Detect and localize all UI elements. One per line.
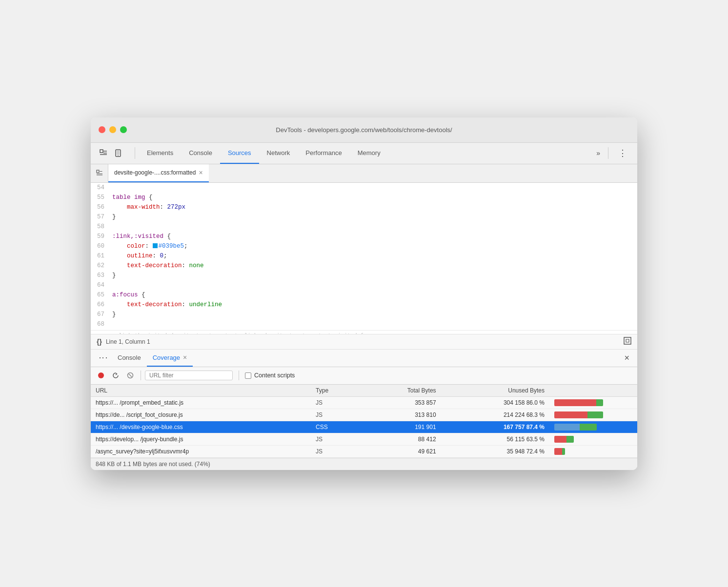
file-tabbar: devsite-google-....css:formatted ×	[91, 164, 637, 183]
usage-bar	[554, 448, 565, 455]
table-row[interactable]: https://... /devsite-google-blue.cssCSS1…	[91, 421, 637, 433]
code-line-59: 59 :link,:visited {	[91, 232, 637, 241]
cell-bar	[549, 396, 637, 409]
coverage-toolbar: Content scripts	[91, 367, 637, 385]
cell-type: JS	[311, 445, 359, 457]
bottom-menu-icon[interactable]: ⋮	[98, 350, 109, 367]
code-line-65: 65 a:focus {	[91, 290, 637, 300]
unused-bar	[554, 448, 562, 455]
device-icon[interactable]	[111, 146, 125, 160]
cell-total: 313 810	[359, 409, 441, 421]
url-filter-input[interactable]	[145, 371, 233, 380]
bottom-tab-coverage[interactable]: Coverage ×	[147, 350, 193, 367]
usage-bar	[554, 436, 574, 443]
code-line-67: 67 }	[91, 310, 637, 319]
table-header-row: URL Type Total Bytes Unused Bytes	[91, 385, 637, 397]
cursor-position: Line 1, Column 1	[106, 338, 150, 345]
svg-rect-4	[97, 170, 99, 173]
footer-text: 848 KB of 1.1 MB bytes are not used. (74…	[96, 461, 210, 468]
devtools-window: DevTools - developers.google.com/web/too…	[91, 117, 637, 470]
devtools-icons	[95, 143, 127, 164]
cell-total: 353 857	[359, 396, 441, 409]
file-tab-close-icon[interactable]: ×	[199, 169, 202, 176]
record-button[interactable]	[95, 369, 107, 382]
cell-url: https://de... /script_foot_closure.js	[91, 409, 311, 421]
minimize-button[interactable]	[109, 126, 116, 133]
file-panel-icon	[91, 164, 108, 182]
cell-url: https://develop... /jquery-bundle.js	[91, 433, 311, 445]
window-controls	[99, 126, 127, 133]
expand-icon[interactable]	[624, 337, 631, 347]
col-unused: Unused Bytes	[441, 385, 549, 397]
used-bar	[580, 424, 597, 430]
unused-bar	[554, 436, 566, 443]
file-tab-name: devsite-google-....css:formatted	[114, 169, 196, 176]
color-swatch	[153, 243, 158, 248]
col-type: Type	[311, 385, 359, 397]
used-bar	[566, 436, 574, 443]
toolbar-divider2	[239, 371, 239, 380]
bottom-tab-console[interactable]: Console	[112, 350, 147, 367]
used-bar	[596, 399, 603, 406]
code-line-61: 61 outline: 0;	[91, 251, 637, 261]
format-icon[interactable]: {}	[97, 338, 102, 346]
cell-unused: 35 948 72.4 %	[441, 445, 549, 457]
status-bar: {} Line 1, Column 1	[91, 334, 637, 350]
table-row[interactable]: https://develop... /jquery-bundle.jsJS88…	[91, 433, 637, 445]
unused-bar	[554, 424, 580, 430]
usage-bar	[554, 411, 603, 418]
tab-elements[interactable]: Elements	[139, 143, 181, 164]
tab-console[interactable]: Console	[181, 143, 220, 164]
svg-point-6	[98, 372, 104, 378]
more-tabs-chevron[interactable]: »	[592, 149, 604, 157]
code-line-64: 64	[91, 280, 637, 290]
cell-unused: 56 115 63.5 %	[441, 433, 549, 445]
toolbar-divider	[141, 371, 141, 380]
col-bar	[549, 385, 637, 397]
code-line-60: 60 color: #039be5;	[91, 241, 637, 251]
reload-button[interactable]	[109, 369, 122, 382]
unused-bar	[554, 411, 587, 418]
cell-bar	[549, 421, 637, 433]
cell-type: JS	[311, 433, 359, 445]
close-button[interactable]	[99, 126, 105, 133]
coverage-table: URL Type Total Bytes Unused Bytes https:…	[91, 385, 637, 458]
used-bar	[562, 448, 565, 455]
code-editor[interactable]: 54 55 table img { 56 max-width: 272px 57…	[91, 183, 637, 334]
table-row[interactable]: https://... /prompt_embed_static.jsJS353…	[91, 396, 637, 409]
bottom-panel-close-icon[interactable]: ×	[620, 353, 633, 363]
inspect-icon[interactable]	[97, 146, 110, 160]
devtools-menu-icon[interactable]: ⋮	[612, 148, 633, 158]
tab-performance[interactable]: Performance	[298, 143, 349, 164]
unused-bar	[554, 399, 596, 406]
cell-total: 49 621	[359, 445, 441, 457]
cell-type: JS	[311, 396, 359, 409]
file-tab[interactable]: devsite-google-....css:formatted ×	[108, 164, 209, 182]
table-row[interactable]: /async_survey?site=ylj5ifxusvvmr4pJS49 6…	[91, 445, 637, 457]
cell-url: https://... /devsite-google-blue.css	[91, 421, 311, 433]
usage-bar	[554, 424, 597, 430]
stop-button[interactable]	[124, 369, 137, 382]
svg-rect-5	[624, 337, 631, 344]
cell-url: /async_survey?site=ylj5ifxusvvmr4p	[91, 445, 311, 457]
code-line-58: 58	[91, 222, 637, 232]
tab-memory[interactable]: Memory	[350, 143, 388, 164]
coverage-footer: 848 KB of 1.1 MB bytes are not used. (74…	[91, 458, 637, 470]
code-line-55: 55 table img {	[91, 193, 637, 202]
coverage-tab-close-icon[interactable]: ×	[183, 353, 187, 361]
tab-network[interactable]: Network	[259, 143, 298, 164]
code-line-54: 54	[91, 183, 637, 193]
code-line-57: 57 }	[91, 212, 637, 222]
maximize-button[interactable]	[120, 126, 127, 133]
col-total: Total Bytes	[359, 385, 441, 397]
tabs-right: » ⋮	[592, 143, 633, 164]
content-scripts-checkbox[interactable]	[245, 372, 251, 379]
svg-point-3	[118, 155, 119, 156]
code-line-62: 62 text-decoration: none	[91, 261, 637, 271]
tab-sources[interactable]: Sources	[220, 143, 259, 164]
content-scripts-text: Content scripts	[254, 372, 295, 379]
table-row[interactable]: https://de... /script_foot_closure.jsJS3…	[91, 409, 637, 421]
tab-divider	[135, 147, 135, 159]
content-scripts-label[interactable]: Content scripts	[245, 372, 295, 379]
right-divider	[608, 147, 608, 159]
